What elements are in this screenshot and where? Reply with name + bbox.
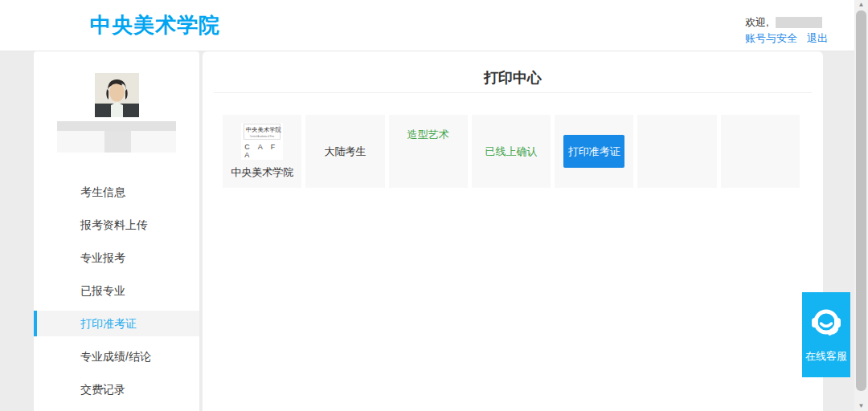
status-cell: 已线上确认 [472,115,551,188]
scroll-up-icon[interactable]: ▲ [854,0,868,10]
title-divider [214,92,812,93]
redacted-info-bar [57,121,176,131]
sidebar-item-payment-records[interactable]: 交费记录 [34,376,199,402]
candidate-photo [95,73,139,117]
empty-cell-2 [721,115,800,188]
school-name: 中央美术学院 [231,165,293,180]
cafa-seal: 中央美术学院 Central Academy of Fine Arts [244,124,280,140]
cafa-logo: 中央美术学院 Central Academy of Fine Arts C A … [241,123,283,160]
print-ticket-button[interactable]: 打印准考证 [563,135,624,168]
scrollbar-thumb[interactable] [856,10,866,391]
sidebar-menu: 考生信息 报考资料上传 专业报考 已报专业 打印准考证 专业成绩/结论 交费记录 [34,179,199,409]
support-headset-icon [809,307,843,344]
redacted-info-block [57,131,176,153]
sidebar-item-print-ticket[interactable]: 打印准考证 [34,311,199,336]
sidebar-item-candidate-info[interactable]: 考生信息 [34,179,199,205]
page: 中央美术学院 欢迎, 账号与安全 退出 [0,0,868,411]
scroll-down-icon[interactable]: ▼ [854,401,868,411]
site-logo[interactable]: 中央美术学院 [90,0,220,51]
account-security-link[interactable]: 账号与安全 [745,31,797,46]
header: 中央美术学院 欢迎, 账号与安全 退出 [0,0,868,51]
user-block: 欢迎, 账号与安全 退出 [745,15,850,46]
account-links: 账号与安全 退出 [745,31,850,46]
cafa-calligraphy: 中央美术学院 [246,125,278,133]
redacted-info-center [104,131,131,153]
welcome-row: 欢迎, [745,15,850,30]
page-title: 打印中心 [203,51,823,87]
sidebar-item-major-application[interactable]: 专业报考 [34,245,199,271]
sidebar-item-applied-majors[interactable]: 已报专业 [34,278,199,303]
empty-cell-1 [637,115,716,188]
action-cell: 打印准考证 [555,115,633,188]
logout-link[interactable]: 退出 [807,31,828,46]
welcome-label: 欢迎, [745,15,769,30]
cafa-acronym: C A F A [241,143,283,159]
portrait-image [95,73,139,117]
vertical-scrollbar[interactable]: ▲ ▼ [854,0,868,411]
cafa-subtitle: Central Academy of Fine Arts [250,135,275,138]
online-support-button[interactable]: 在线客服 [802,292,850,377]
sidebar: 考生信息 报考资料上传 专业报考 已报专业 打印准考证 专业成绩/结论 交费记录 [34,51,199,411]
sidebar-item-scores[interactable]: 专业成绩/结论 [34,344,199,369]
major-cell: 造型艺术 [389,115,468,188]
sidebar-item-materials-upload[interactable]: 报考资料上传 [34,212,199,238]
main-panel: 打印中心 中央美术学院 Central Academy of Fine Arts… [203,51,823,411]
admission-record-row: 中央美术学院 Central Academy of Fine Arts C A … [223,115,800,188]
redacted-username [776,17,822,28]
support-label: 在线客服 [805,349,847,364]
school-cell: 中央美术学院 Central Academy of Fine Arts C A … [223,115,301,188]
candidate-type-cell: 大陆考生 [305,115,384,188]
